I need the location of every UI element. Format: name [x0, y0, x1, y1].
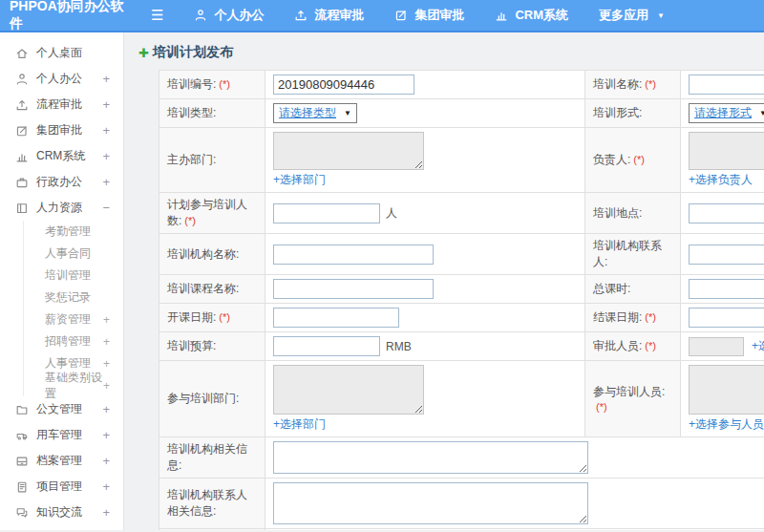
expand-indicator: + [102, 479, 110, 494]
sidebar-subitem-attendance[interactable]: 考勤管理 [24, 221, 123, 243]
sidebar-item-label: 知识交流 [36, 504, 82, 521]
end-date-input[interactable] [689, 308, 764, 328]
app-logo: PHPOA协同办公软件 [0, 0, 124, 32]
form-row-org-contact-info: 培训机构联系人相关信息: [159, 479, 764, 529]
field-label: 参与培训部门: [167, 392, 239, 405]
required-mark: (*) [645, 78, 656, 90]
nav-group-approval[interactable]: 集团审批 [394, 7, 464, 24]
required-mark: (*) [645, 311, 656, 323]
sidebar-item-label: 人力资源 [36, 200, 82, 216]
nav-personal-office[interactable]: 个人办公 [194, 7, 264, 24]
sidebar-item-label: 用车管理 [36, 427, 82, 443]
chevron-down-icon: ▼ [344, 109, 351, 117]
field-label: 培训机构相关信息: [167, 442, 247, 472]
sidebar-subitem-recruitment[interactable]: 招聘管理 + [24, 330, 123, 352]
select-participants-link[interactable]: +选择参与人员 [689, 416, 764, 433]
subitem-label: 招聘管理 [45, 333, 91, 350]
required-mark: (*) [633, 154, 645, 165]
nav-label: 集团审批 [414, 7, 464, 24]
subitem-label: 薪资管理 [45, 311, 91, 328]
field-label: 主办部门: [167, 153, 216, 166]
home-icon [15, 47, 30, 60]
sidebar-item-document-mgmt[interactable]: 公文管理 + [0, 396, 123, 422]
expand-indicator: + [102, 505, 110, 520]
sidebar-item-knowledge-exchange[interactable]: 知识交流 + [0, 500, 123, 525]
hr-submenu: 考勤管理 人事合同 培训管理 奖惩记录 薪资管理 + 招聘管理 + [23, 221, 123, 396]
upload-icon [15, 98, 30, 112]
nav-crm-system[interactable]: CRM系统 [495, 7, 568, 24]
sidebar-item-human-resources[interactable]: 人力资源 − [0, 195, 123, 221]
sidebar-item-vehicle-mgmt[interactable]: 用车管理 + [0, 422, 123, 448]
hamburger-menu-icon[interactable]: ☰ [151, 7, 163, 24]
book-icon [15, 202, 30, 215]
page-title-text: 培训计划发布 [153, 44, 233, 61]
select-dept-link[interactable]: +选择部门 [273, 172, 326, 188]
nav-workflow-approval[interactable]: 流程审批 [294, 7, 364, 24]
training-form-select[interactable]: 请选择形式 ▼ [689, 103, 764, 123]
field-label: 培训机构联系人相关信息: [167, 488, 247, 518]
field-label: 结课日期: [593, 310, 642, 324]
nav-more-apps[interactable]: 更多应用 ▼ [599, 7, 665, 24]
course-name-input[interactable] [273, 279, 434, 299]
form-row-planned-count: 计划参与培训人数:(*) 人 培训地点: [159, 193, 764, 234]
sidebar-item-archive-mgmt[interactable]: 档案管理 + [0, 448, 123, 474]
sidebar-item-label: 档案管理 [36, 453, 82, 469]
sidebar-item-group-approval[interactable]: 集团审批 + [0, 117, 123, 143]
sidebar-item-personal-office[interactable]: 个人办公 + [0, 66, 123, 92]
start-date-input[interactable] [273, 308, 399, 328]
sidebar-subitem-rewards[interactable]: 奖惩记录 [24, 287, 123, 309]
org-contact-input[interactable] [689, 245, 764, 265]
expand-indicator: + [102, 402, 110, 416]
bar-chart-icon [495, 9, 508, 22]
bar-chart-icon [15, 150, 30, 163]
sidebar-subitem-salary[interactable]: 薪资管理 + [24, 309, 123, 330]
form-row-org-info: 培训机构相关信息: [159, 437, 764, 479]
sidebar-item-admin-office[interactable]: 行政办公 + [0, 169, 123, 195]
leader-textarea[interactable] [689, 132, 764, 170]
sidebar-subitem-hr-contract[interactable]: 人事合同 [24, 243, 123, 265]
sidebar-item-project-mgmt[interactable]: 项目管理 + [0, 474, 123, 500]
sidebar: 个人桌面 个人办公 + 流程审批 + 集团审批 + [0, 32, 124, 530]
required-mark: (*) [219, 311, 230, 323]
select-approver-link[interactable]: +选择审批人员 [752, 338, 764, 354]
select-leader-link[interactable]: +选择负责人 [689, 172, 753, 188]
select-value: 请选择类型 [279, 105, 336, 121]
sidebar-subitem-base-category[interactable]: 基础类别设置 + [24, 374, 123, 396]
folder-icon [15, 403, 30, 416]
training-plan-form: 培训编号:(*) 培训名称:(*) 培训类型: 请选择类型 ▼ 培训形式: 请选 [159, 70, 764, 530]
upload-icon [294, 9, 308, 22]
briefcase-icon [15, 176, 30, 189]
approver-box[interactable] [689, 337, 744, 356]
select-value: 请选择形式 [694, 105, 752, 121]
required-mark: (*) [184, 215, 196, 226]
training-type-select[interactable]: 请选择类型 ▼ [273, 103, 357, 123]
field-label: 审批人员: [593, 339, 642, 352]
select-dept-link[interactable]: +选择部门 [273, 416, 326, 433]
sidebar-item-label: 项目管理 [36, 479, 82, 495]
total-hours-input[interactable] [689, 279, 764, 299]
budget-input[interactable] [273, 336, 380, 356]
sidebar-item-label: 行政办公 [36, 174, 82, 190]
sidebar-item-personal-desktop[interactable]: 个人桌面 [0, 40, 123, 66]
user-icon [15, 73, 30, 86]
host-dept-textarea[interactable] [273, 132, 424, 170]
subitem-label: 考勤管理 [45, 223, 91, 240]
training-name-input[interactable] [689, 74, 764, 95]
sidebar-subitem-training[interactable]: 培训管理 [24, 265, 123, 287]
planned-count-input[interactable] [273, 203, 380, 223]
join-people-textarea[interactable] [689, 365, 764, 415]
sidebar-item-crm-system[interactable]: CRM系统 + [0, 143, 123, 169]
training-number-input[interactable] [273, 74, 414, 95]
add-icon: ✚ [138, 46, 149, 60]
sidebar-item-label: 个人桌面 [36, 45, 82, 61]
expand-indicator: + [102, 123, 110, 138]
sidebar-item-workflow-approval[interactable]: 流程审批 + [0, 92, 123, 117]
org-info-textarea[interactable] [273, 441, 588, 474]
org-contact-info-textarea[interactable] [273, 482, 588, 524]
form-row-training-type: 培训类型: 请选择类型 ▼ 培训形式: 请选择形式 ▼ [159, 99, 764, 128]
org-name-input[interactable] [273, 245, 434, 265]
join-dept-textarea[interactable] [273, 365, 424, 415]
page-title: ✚ 培训计划发布 [124, 32, 764, 70]
location-input[interactable] [689, 203, 764, 223]
sidebar-item-label: 公文管理 [36, 401, 82, 417]
